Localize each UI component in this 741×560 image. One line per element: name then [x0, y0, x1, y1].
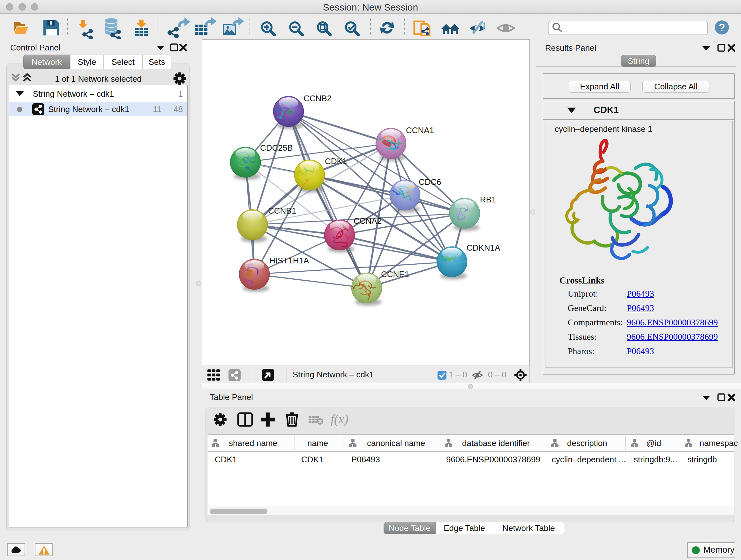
svg-text:CDC6: CDC6 — [419, 177, 441, 187]
svg-text:f(x): f(x) — [331, 412, 348, 426]
svg-text:?: ? — [719, 21, 725, 34]
svg-text:CDKN1A: CDKN1A — [467, 243, 500, 253]
svg-text:CCNA2: CCNA2 — [354, 216, 382, 226]
svg-text:CDC25B: CDC25B — [260, 143, 293, 152]
svg-text:HIST1H1A: HIST1H1A — [269, 256, 309, 265]
svg-text:CCNB2: CCNB2 — [304, 94, 332, 103]
svg-text:RB1: RB1 — [480, 195, 496, 204]
svg-text:CCNE1: CCNE1 — [381, 269, 409, 279]
svg-text:CDK1: CDK1 — [325, 157, 347, 166]
svg-text:CCNB1: CCNB1 — [268, 206, 296, 215]
svg-text:CCNA1: CCNA1 — [406, 125, 434, 135]
